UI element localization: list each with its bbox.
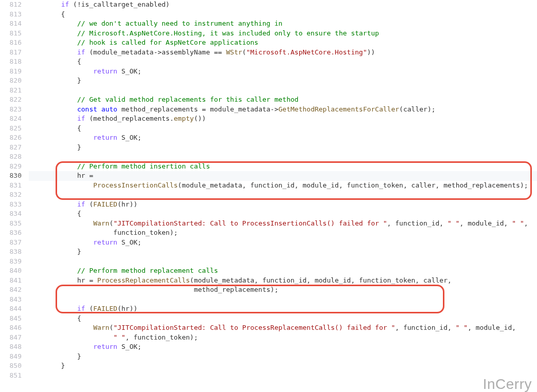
line-number: 845 xyxy=(0,314,29,324)
line-number: 842 xyxy=(0,285,29,295)
code-line[interactable]: { xyxy=(29,124,537,134)
line-number: 833 xyxy=(0,200,29,210)
code-line[interactable]: // Perform method insertion calls xyxy=(29,162,537,172)
line-number: 841 xyxy=(0,276,29,286)
code-line[interactable]: if (method_replacements.empty()) xyxy=(29,114,537,124)
line-number: 832 xyxy=(0,190,29,200)
line-number: 812 xyxy=(0,0,29,10)
code-line[interactable]: // Perform method replacement calls xyxy=(29,266,537,276)
line-number: 836 xyxy=(0,228,29,238)
code-line[interactable]: { xyxy=(29,314,537,324)
code-line[interactable]: hr = ProcessReplacementCalls(module_meta… xyxy=(29,276,537,286)
line-number: 816 xyxy=(0,38,29,48)
line-number: 846 xyxy=(0,323,29,333)
code-line[interactable] xyxy=(29,295,537,305)
line-number: 847 xyxy=(0,333,29,343)
line-number-gutter: 8128138148158168178188198208218228238248… xyxy=(0,0,29,380)
code-line[interactable]: if (module_metadata->assemblyName == WSt… xyxy=(29,48,537,58)
code-line[interactable]: } xyxy=(29,361,537,371)
code-line[interactable]: // we don't actually need to instrument … xyxy=(29,19,537,29)
code-line[interactable] xyxy=(29,190,537,200)
line-number: 828 xyxy=(0,152,29,162)
code-line[interactable]: // Microsoft.AspNetCore.Hosting, it was … xyxy=(29,29,537,39)
code-line[interactable]: { xyxy=(29,209,537,219)
line-number: 818 xyxy=(0,57,29,67)
line-number: 830 xyxy=(0,171,29,181)
line-number: 835 xyxy=(0,219,29,229)
line-number: 849 xyxy=(0,352,29,362)
line-number: 813 xyxy=(0,10,29,20)
code-area[interactable]: if (!is_calltarget_enabled) { // we don'… xyxy=(29,0,537,380)
line-number: 850 xyxy=(0,361,29,371)
code-line[interactable]: return S_OK; xyxy=(29,67,537,77)
line-number: 844 xyxy=(0,304,29,314)
code-line[interactable] xyxy=(29,86,537,96)
line-number: 820 xyxy=(0,76,29,86)
line-number: 829 xyxy=(0,162,29,172)
line-number: 823 xyxy=(0,105,29,115)
line-number: 837 xyxy=(0,238,29,248)
code-line[interactable]: { xyxy=(29,57,537,67)
code-line[interactable]: } xyxy=(29,352,537,362)
line-number: 848 xyxy=(0,342,29,352)
code-line[interactable]: method_replacements); xyxy=(29,285,537,295)
code-viewer: 8128138148158168178188198208218228238248… xyxy=(0,0,537,392)
code-line[interactable]: } xyxy=(29,247,537,257)
code-line[interactable]: " ", function_token); xyxy=(29,333,537,343)
code-line[interactable]: hr = xyxy=(29,171,537,181)
code-line[interactable]: } xyxy=(29,143,537,153)
line-number: 825 xyxy=(0,124,29,134)
line-number: 851 xyxy=(0,371,29,381)
line-number: 819 xyxy=(0,67,29,77)
line-number: 827 xyxy=(0,143,29,153)
code-line[interactable] xyxy=(29,152,537,162)
line-number: 817 xyxy=(0,48,29,58)
watermark-text: InCerry xyxy=(483,380,532,389)
line-number: 814 xyxy=(0,19,29,29)
code-line[interactable]: function_token); xyxy=(29,228,537,238)
line-number: 843 xyxy=(0,295,29,305)
code-line[interactable]: // hook is called for AspNetCore applica… xyxy=(29,38,537,48)
line-number: 838 xyxy=(0,247,29,257)
code-line[interactable]: { xyxy=(29,10,537,20)
code-line[interactable]: if (!is_calltarget_enabled) xyxy=(29,0,537,10)
code-line[interactable]: // Get valid method replacements for thi… xyxy=(29,95,537,105)
line-number: 821 xyxy=(0,86,29,96)
line-number: 834 xyxy=(0,209,29,219)
code-line[interactable]: } xyxy=(29,76,537,86)
code-line[interactable] xyxy=(29,257,537,267)
code-line[interactable] xyxy=(29,371,537,381)
line-number: 824 xyxy=(0,114,29,124)
code-line[interactable]: if (FAILED(hr)) xyxy=(29,200,537,210)
line-number: 840 xyxy=(0,266,29,276)
code-line[interactable]: return S_OK; xyxy=(29,238,537,248)
line-number: 822 xyxy=(0,95,29,105)
line-number: 839 xyxy=(0,257,29,267)
line-number: 831 xyxy=(0,181,29,191)
code-line[interactable]: Warn("JITCompilationStarted: Call to Pro… xyxy=(29,323,537,333)
code-line[interactable]: Warn("JITCompilationStarted: Call to Pro… xyxy=(29,219,537,229)
code-line[interactable]: return S_OK; xyxy=(29,133,537,143)
line-number: 826 xyxy=(0,133,29,143)
line-number: 815 xyxy=(0,29,29,39)
code-line[interactable]: const auto method_replacements = module_… xyxy=(29,105,537,115)
code-line[interactable]: if (FAILED(hr)) xyxy=(29,304,537,314)
code-line[interactable]: return S_OK; xyxy=(29,342,537,352)
code-line[interactable]: ProcessInsertionCalls(module_metadata, f… xyxy=(29,181,537,191)
